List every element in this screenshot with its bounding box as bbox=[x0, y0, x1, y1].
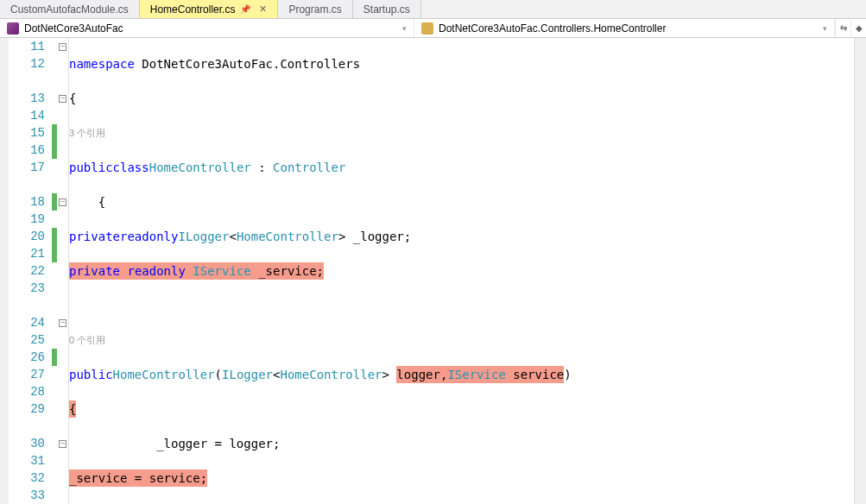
line-number: 14 bbox=[9, 107, 52, 124]
fold-toggle[interactable]: − bbox=[57, 38, 68, 55]
tab-label: Startup.cs bbox=[363, 3, 410, 16]
tab-label: HomeController.cs bbox=[150, 3, 236, 16]
chevron-down-icon: ▾ bbox=[823, 24, 827, 33]
line-number: 21 bbox=[9, 245, 52, 262]
line-number: 24 bbox=[9, 314, 52, 331]
close-icon[interactable]: ✕ bbox=[259, 3, 267, 15]
line-number: 12 bbox=[9, 55, 52, 72]
line-number bbox=[9, 72, 52, 90]
glyph-margin[interactable] bbox=[0, 38, 9, 504]
code-line: _service = service; bbox=[69, 469, 854, 487]
tab-home-controller[interactable]: HomeController.cs 📌 ✕ bbox=[140, 0, 279, 18]
tab-startup[interactable]: Startup.cs bbox=[353, 0, 421, 18]
line-number: 30 bbox=[9, 435, 52, 452]
nav-project-dropdown[interactable]: DotNetCore3AutoFac ▾ bbox=[0, 19, 414, 37]
tab-program[interactable]: Program.cs bbox=[278, 0, 352, 18]
code-line: { bbox=[69, 193, 854, 211]
pin-icon[interactable]: 📌 bbox=[240, 4, 250, 14]
line-number-gutter: 11 12 13 14 15 16 17 18 19 20 21 22 23 2… bbox=[9, 38, 52, 504]
line-number: 17 bbox=[9, 159, 52, 176]
csharp-project-icon bbox=[7, 22, 19, 35]
code-line: { bbox=[69, 90, 854, 107]
nav-member-button[interactable]: ◆ bbox=[850, 19, 866, 37]
nav-project-label: DotNetCore3AutoFac bbox=[24, 22, 123, 35]
code-line: namespace DotNetCore3AutoFac.Controllers bbox=[69, 55, 854, 72]
code-text-area[interactable]: namespace DotNetCore3AutoFac.Controllers… bbox=[69, 38, 854, 504]
line-number: 27 bbox=[9, 366, 52, 383]
tab-label: CustomAutofacModule.cs bbox=[10, 3, 129, 16]
line-number: 28 bbox=[9, 383, 52, 400]
line-number: 23 bbox=[9, 280, 52, 297]
line-number: 22 bbox=[9, 262, 52, 280]
line-number: 13 bbox=[9, 90, 52, 107]
line-number: 29 bbox=[9, 400, 52, 418]
line-number bbox=[9, 418, 52, 435]
line-number bbox=[9, 176, 52, 193]
fold-toggle[interactable]: − bbox=[57, 314, 68, 331]
tab-label: Program.cs bbox=[288, 3, 341, 16]
fold-toggle[interactable]: − bbox=[57, 90, 68, 107]
nav-class-label: DotNetCore3AutoFac.Controllers.HomeContr… bbox=[439, 22, 666, 35]
class-icon bbox=[421, 22, 433, 35]
codelens-references[interactable]: 0 个引用 bbox=[69, 331, 854, 349]
line-number: 15 bbox=[9, 124, 52, 142]
tab-custom-autofac-module[interactable]: CustomAutofacModule.cs bbox=[0, 0, 140, 18]
line-number: 31 bbox=[9, 452, 52, 469]
fold-toggle[interactable]: − bbox=[57, 193, 68, 211]
navigation-bar: DotNetCore3AutoFac ▾ DotNetCore3AutoFac.… bbox=[0, 19, 866, 38]
outlining-column: − − − − − bbox=[57, 38, 69, 504]
code-line: public class HomeController : Controller bbox=[69, 159, 854, 176]
nav-class-dropdown[interactable]: DotNetCore3AutoFac.Controllers.HomeContr… bbox=[414, 19, 835, 37]
line-number: 33 bbox=[9, 487, 52, 504]
codelens-references[interactable]: 3 个引用 bbox=[69, 124, 854, 142]
code-line: private readonly IService _service; bbox=[69, 262, 854, 280]
line-number: 11 bbox=[9, 38, 52, 55]
line-number: 26 bbox=[9, 349, 52, 366]
nav-split-button[interactable]: ⇆ bbox=[835, 19, 850, 37]
code-line: private readonly ILogger<HomeController>… bbox=[69, 228, 854, 245]
line-number bbox=[9, 297, 52, 314]
line-number: 19 bbox=[9, 211, 52, 228]
code-line: _logger = logger; bbox=[69, 435, 854, 452]
fold-toggle[interactable]: − bbox=[57, 435, 68, 452]
document-tab-bar: CustomAutofacModule.cs HomeController.cs… bbox=[0, 0, 866, 19]
code-line: { bbox=[69, 400, 854, 418]
line-number: 16 bbox=[9, 142, 52, 159]
code-line: public HomeController(ILogger<HomeContro… bbox=[69, 366, 854, 383]
vertical-scrollbar[interactable] bbox=[854, 38, 866, 504]
chevron-down-icon: ▾ bbox=[402, 24, 407, 33]
line-number: 20 bbox=[9, 228, 52, 245]
line-number: 32 bbox=[9, 469, 52, 487]
line-number: 18 bbox=[9, 193, 52, 211]
code-line bbox=[69, 297, 854, 314]
line-number: 25 bbox=[9, 331, 52, 349]
